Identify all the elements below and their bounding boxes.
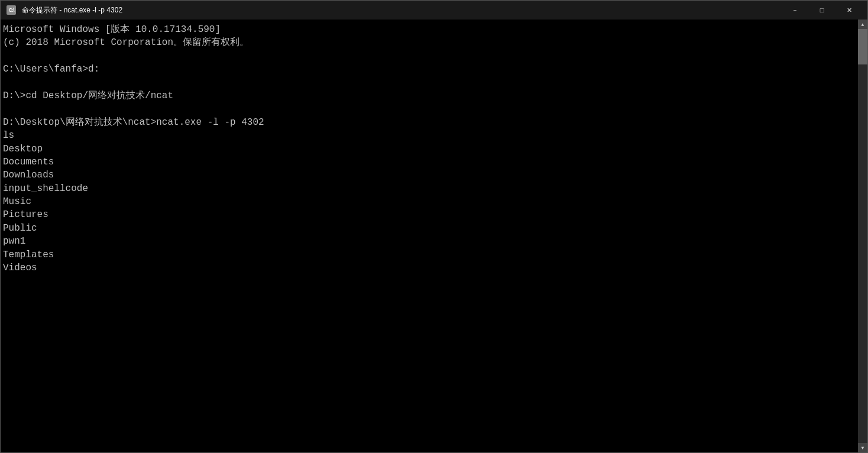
titlebar-title: 命令提示符 - ncat.exe -l -p 4302 xyxy=(22,5,781,15)
scrollbar-down[interactable]: ▼ xyxy=(858,443,867,452)
minimize-button[interactable]: － xyxy=(781,1,808,20)
maximize-button[interactable]: □ xyxy=(808,1,835,20)
titlebar: C:\ 命令提示符 - ncat.exe -l -p 4302 － □ ✕ xyxy=(1,1,867,20)
cmd-icon: C:\ xyxy=(7,5,16,15)
titlebar-controls: － □ ✕ xyxy=(781,1,863,20)
scrollbar[interactable]: ▲ ▼ xyxy=(858,20,867,452)
scrollbar-thumb[interactable] xyxy=(858,29,867,64)
terminal-output[interactable]: Microsoft Windows [版本 10.0.17134.590] (c… xyxy=(1,20,858,452)
scrollbar-up[interactable]: ▲ xyxy=(858,20,867,29)
window-body: Microsoft Windows [版本 10.0.17134.590] (c… xyxy=(1,20,867,452)
cmd-window: C:\ 命令提示符 - ncat.exe -l -p 4302 － □ ✕ Mi… xyxy=(0,0,868,453)
close-button[interactable]: ✕ xyxy=(835,1,863,20)
scrollbar-track[interactable] xyxy=(858,29,867,443)
titlebar-icon: C:\ xyxy=(5,4,17,16)
